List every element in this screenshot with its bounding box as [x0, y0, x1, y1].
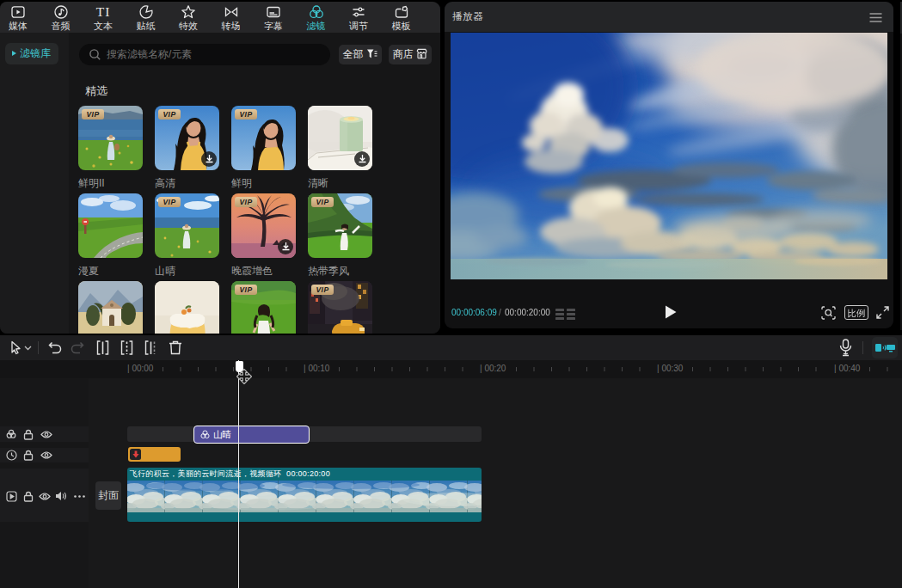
- svg-text:TI: TI: [96, 4, 111, 19]
